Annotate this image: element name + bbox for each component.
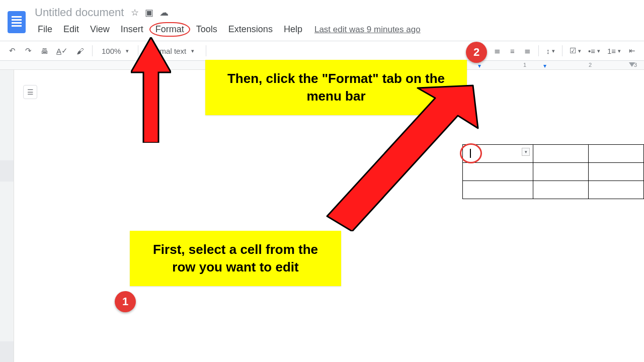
menu-insert[interactable]: Insert [116,22,148,37]
menu-help[interactable]: Help [279,22,307,37]
zoom-select[interactable]: 100% [99,47,132,55]
table-cell[interactable] [463,163,533,181]
toolbar: ↶ ↷ 🖶 A✓ 🖌 100% Normal text ≡ ≣ ≡ ≣ ↕ ☑ … [0,41,644,61]
last-edit-link[interactable]: Last edit was 9 minutes ago [314,25,421,35]
table-cell[interactable] [589,163,644,181]
menu-file[interactable]: File [33,22,57,37]
decrease-indent-button[interactable]: ⇤ [626,44,638,57]
document-page[interactable]: ☰ ▾ Then, click [14,70,644,362]
menu-extensions[interactable]: Extensions [223,22,278,37]
bulleted-list-button[interactable]: •≡ [586,44,602,57]
align-right-button[interactable]: ≡ [506,44,518,57]
ruler-tick: 1 [523,62,526,68]
tutorial-callout-step2: Then, click the "Format" tab on the menu… [205,60,467,115]
menu-view[interactable]: View [85,22,115,37]
menu-bar: File Edit View Insert Format Tools Exten… [33,22,421,37]
cell-dropdown-icon[interactable]: ▾ [522,148,530,156]
star-icon[interactable]: ☆ [131,7,139,18]
tutorial-badge-1: 1 [115,291,136,312]
table-cell[interactable] [533,163,589,181]
align-center-button[interactable]: ≣ [491,44,503,57]
separator [562,45,562,56]
table-cell[interactable] [589,181,644,199]
document-outline-button[interactable]: ☰ [23,85,37,99]
ruler-tick: 3 [634,62,637,68]
docs-app-icon[interactable] [8,11,26,33]
numbered-list-button[interactable]: 1≡ [605,44,623,57]
undo-button[interactable]: ↶ [6,44,18,57]
paragraph-style-select[interactable]: Normal text [144,47,200,55]
table-row[interactable] [463,163,644,181]
separator [206,45,206,56]
checklist-button[interactable]: ☑ [568,44,583,57]
table-row[interactable] [463,181,644,199]
tutorial-callout-step1: First, select a cell from the row you wa… [130,231,341,286]
tutorial-badge-2: 2 [466,42,487,63]
vertical-ruler[interactable] [0,70,14,362]
document-table[interactable]: ▾ [462,144,644,199]
ruler-tick: 2 [589,62,592,68]
table-cell[interactable] [533,181,589,199]
separator [138,45,138,56]
cloud-status-icon[interactable]: ☁ [159,7,169,18]
move-icon[interactable]: ▣ [145,7,153,18]
table-cell[interactable]: ▾ [463,145,533,163]
separator [92,45,93,56]
redo-button[interactable]: ↷ [22,44,34,57]
document-title[interactable]: Untitled document [33,5,126,20]
table-cell[interactable] [533,145,589,163]
menu-edit[interactable]: Edit [58,22,84,37]
align-justify-button[interactable]: ≣ [521,44,533,57]
menu-format[interactable]: Format [149,22,190,37]
table-cell[interactable] [589,145,644,163]
table-cell[interactable] [463,181,533,199]
line-spacing-button[interactable]: ↕ [544,44,557,57]
spellcheck-button[interactable]: A✓ [54,44,70,57]
separator [538,45,539,56]
paint-format-button[interactable]: 🖌 [74,44,86,57]
text-cursor [470,149,471,158]
print-button[interactable]: 🖶 [38,44,50,57]
table-row[interactable]: ▾ [463,145,644,163]
menu-tools[interactable]: Tools [191,22,222,37]
